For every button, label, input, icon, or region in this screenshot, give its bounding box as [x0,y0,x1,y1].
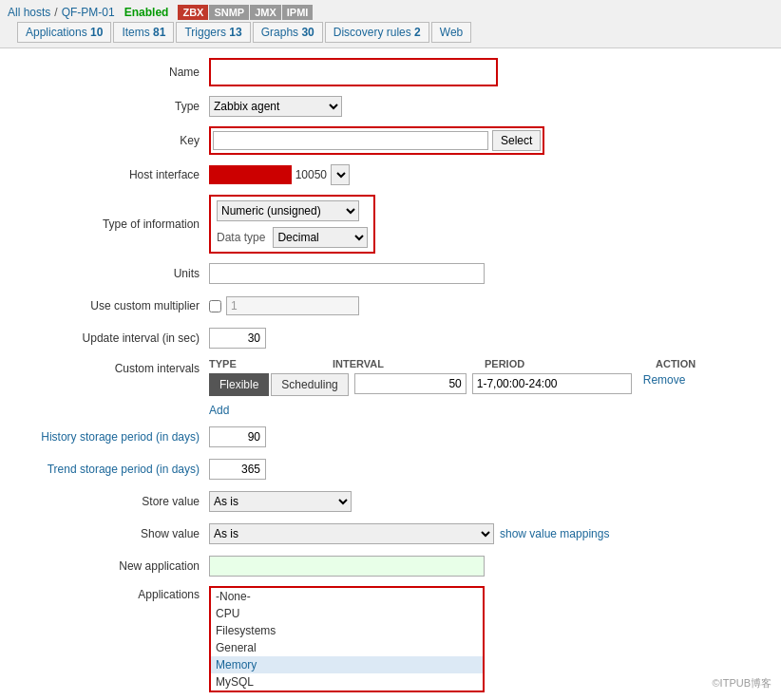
name-input[interactable] [213,62,494,83]
custom-mult-input[interactable] [226,296,359,315]
update-interval-label: Update interval (in sec) [19,331,209,345]
badge-snmp[interactable]: SNMP [209,5,249,20]
flexible-btn[interactable]: Flexible [209,373,269,396]
type-label: Type [19,100,209,113]
select-button[interactable]: Select [492,130,541,151]
store-value-label: Store value [19,495,209,508]
data-type-inner: Data type Decimal Octal Hexadecimal Bool… [217,227,368,248]
app-item-filesystems[interactable]: Filesystems [211,622,483,639]
key-input[interactable] [213,131,488,150]
data-type-select[interactable]: Decimal Octal Hexadecimal Boolean [273,227,368,248]
protocol-badges: ZBX SNMP JMX IPMI [178,5,313,20]
update-interval-row: Update interval (in sec) [19,326,762,350]
applications-listbox[interactable]: -None- CPU Filesystems General Memory My… [209,586,485,692]
add-interval-link[interactable]: Add [209,404,229,417]
app-item-none[interactable]: -None- [211,588,483,605]
name-row: Name [19,58,762,86]
badge-zbx[interactable]: ZBX [178,5,208,20]
new-application-input[interactable] [209,556,485,577]
units-label: Units [19,267,209,280]
breadcrumb-sep1: / [54,6,57,19]
interval-value-input[interactable] [354,373,467,394]
remove-interval-link[interactable]: Remove [643,373,686,396]
col-type-header: TYPE [209,358,333,369]
host-interface-label: Host interface [19,168,209,181]
tab-web[interactable]: Web [431,22,471,43]
name-label: Name [19,66,209,79]
all-hosts-link[interactable]: All hosts [8,6,50,19]
data-type-label: Data type [217,231,265,244]
trend-input[interactable] [209,459,266,480]
app-item-general[interactable]: General [211,639,483,656]
show-value-select[interactable]: As is [209,523,494,544]
store-value-row: Store value As is Delta (speed per secon… [19,489,762,514]
host-link[interactable]: QF-PM-01 [62,6,115,19]
tab-items[interactable]: Items 81 [113,22,174,43]
key-label: Key [19,134,209,147]
store-value-select[interactable]: As is Delta (speed per second) Delta (si… [209,491,352,512]
info-type-box: Numeric (unsigned) Numeric (float) Chara… [209,195,375,254]
show-value-controls: As is show value mappings [209,523,609,544]
type-info-row: Type of information Numeric (unsigned) N… [19,195,762,254]
units-input[interactable] [209,263,485,284]
host-interface-redacted [209,165,292,184]
applications-row: Applications -None- CPU Filesystems Gene… [19,586,762,692]
watermark: ©ITPUB博客 [713,676,772,691]
type-info-select[interactable]: Numeric (unsigned) Numeric (float) Chara… [217,200,359,221]
item-form: Name Type Zabbix agent Zabbix agent (act… [0,48,781,700]
custom-intervals-row: Custom intervals TYPE INTERVAL PERIOD AC… [19,358,762,417]
type-row: Type Zabbix agent Zabbix agent (active) … [19,94,762,119]
custom-intervals-label: Custom intervals [19,362,209,375]
history-label: History storage period (in days) [19,430,209,444]
interval-type-buttons: Flexible Scheduling Remove [209,373,762,396]
col-period-header: PERIOD [485,358,656,369]
period-value-input[interactable] [472,373,632,394]
history-row: History storage period (in days) [19,425,762,449]
host-interface-value: 10050 ▼ [209,164,350,185]
tab-graphs[interactable]: Graphs 30 [253,22,323,43]
units-row: Units [19,261,762,286]
tab-triggers[interactable]: Triggers 13 [176,22,250,43]
key-row: Key Select [19,126,762,155]
custom-mult-row: Use custom multiplier [19,293,762,318]
app-item-mysql[interactable]: MySQL [211,673,483,691]
trend-row: Trend storage period (in days) [19,457,762,482]
update-interval-input[interactable] [209,328,266,349]
new-application-row: New application [19,554,762,578]
show-value-row: Show value As is show value mappings [19,521,762,546]
nav-tabs: Applications 10 Items 81 Triggers 13 Gra… [17,22,471,43]
applications-label: Applications [19,588,209,601]
badge-ipmi[interactable]: IPMI [282,5,314,20]
custom-mult-checkbox[interactable] [209,300,221,312]
col-action-header: ACTION [656,358,732,369]
history-input[interactable] [209,426,266,447]
tab-applications[interactable]: Applications 10 [17,22,111,43]
custom-mult-controls [209,296,359,315]
custom-mult-label: Use custom multiplier [19,299,209,312]
top-navigation: All hosts / QF-PM-01 Enabled ZBX SNMP JM… [0,0,781,48]
breadcrumb: All hosts / QF-PM-01 [8,6,115,19]
host-interface-select[interactable]: ▼ [331,164,350,185]
intervals-header: TYPE INTERVAL PERIOD ACTION [209,358,762,369]
type-select[interactable]: Zabbix agent Zabbix agent (active) Simpl… [209,96,342,117]
host-interface-row: Host interface 10050 ▼ [19,162,762,187]
new-application-label: New application [19,559,209,573]
trend-label: Trend storage period (in days) [19,463,209,476]
host-status: Enabled [124,6,169,19]
scheduling-btn[interactable]: Scheduling [271,373,348,396]
app-item-cpu[interactable]: CPU [211,605,483,622]
app-item-memory[interactable]: Memory [211,656,483,673]
show-value-mappings-link[interactable]: show value mappings [500,527,609,540]
type-info-inner: Numeric (unsigned) Numeric (float) Chara… [217,200,368,221]
col-interval-header: INTERVAL [333,358,485,369]
show-value-label: Show value [19,527,209,540]
host-interface-port: 10050 [295,168,327,181]
tab-discovery-rules[interactable]: Discovery rules 2 [325,22,429,43]
badge-jmx[interactable]: JMX [250,5,281,20]
intervals-container: TYPE INTERVAL PERIOD ACTION Flexible Sch… [209,358,762,417]
type-info-label: Type of information [19,218,209,231]
